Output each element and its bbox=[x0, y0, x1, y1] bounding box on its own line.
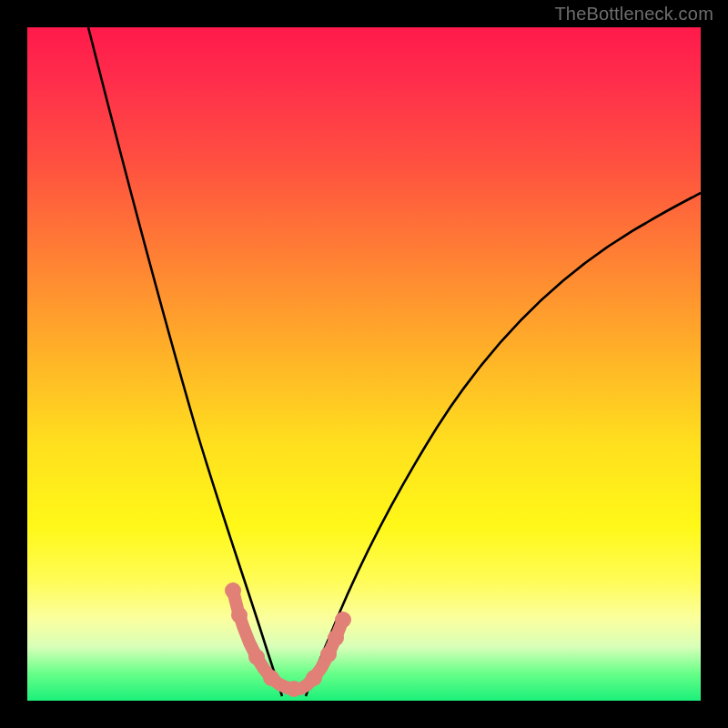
valley-polyline bbox=[233, 591, 343, 689]
valley-dot bbox=[335, 612, 351, 628]
valley-marker-layer bbox=[27, 27, 701, 701]
valley-dot bbox=[286, 681, 302, 697]
valley-dot bbox=[231, 607, 248, 623]
watermark-text: TheBottleneck.com bbox=[554, 4, 713, 25]
valley-dot bbox=[263, 670, 279, 686]
chart-frame: TheBottleneck.com bbox=[0, 0, 728, 728]
valley-dot bbox=[306, 670, 322, 686]
valley-dot bbox=[320, 646, 337, 662]
plot-area bbox=[27, 27, 701, 701]
valley-dot bbox=[248, 649, 265, 665]
valley-dot bbox=[328, 630, 344, 646]
valley-dot bbox=[225, 582, 241, 599]
